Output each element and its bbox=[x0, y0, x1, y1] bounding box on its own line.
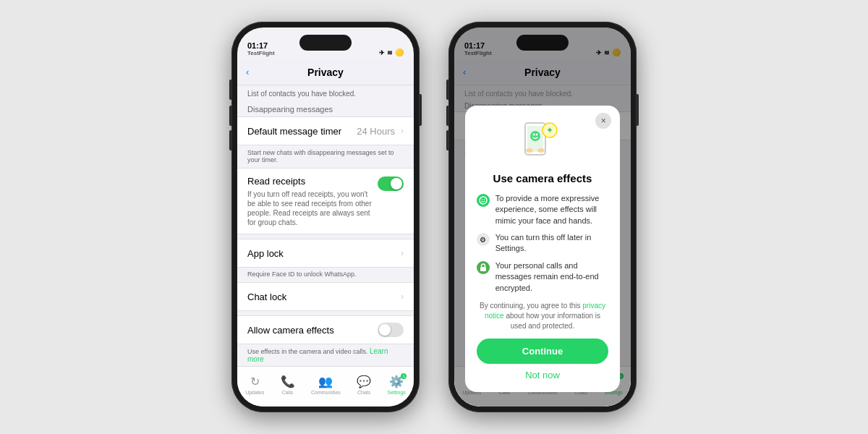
tab-settings-1[interactable]: ⚙️ 1 Settings bbox=[387, 375, 405, 395]
read-receipts-group: Read receipts If you turn off read recei… bbox=[237, 168, 414, 234]
tab-calls-1[interactable]: 📞 Calls bbox=[281, 375, 295, 395]
face-feature-icon bbox=[477, 194, 490, 207]
chats-icon-1: 💬 bbox=[357, 375, 371, 388]
timer-chevron-icon: › bbox=[401, 126, 404, 136]
modal-feature-3: Your personal calls and messages remain … bbox=[477, 260, 609, 294]
modal-feature-2: ⚙ You can turn this off later in Setting… bbox=[477, 232, 609, 255]
disappearing-group: Default message timer 24 Hours › bbox=[237, 116, 414, 145]
chat-lock-chevron-icon: › bbox=[401, 292, 404, 302]
close-icon: × bbox=[601, 116, 606, 126]
tab-chats-1[interactable]: 💬 Chats bbox=[357, 375, 371, 395]
default-timer-item[interactable]: Default message timer 24 Hours › bbox=[237, 117, 414, 145]
svg-point-10 bbox=[481, 199, 482, 200]
gear-feature-icon: ⚙ bbox=[477, 233, 490, 246]
content-area-1: List of contacts you have blocked. Disap… bbox=[237, 85, 414, 366]
read-receipts-desc: If you turn off read receipts, you won't… bbox=[247, 190, 378, 227]
nav-bar-1: ‹ Privacy bbox=[237, 59, 414, 85]
app-lock-subtitle: Require Face ID to unlock WhatsApp. bbox=[237, 268, 414, 282]
modal-feature-1: To provide a more expressive experience,… bbox=[477, 193, 609, 226]
gear-icon-symbol: ⚙ bbox=[480, 236, 486, 244]
modal-feature-text-1: To provide a more expressive experience,… bbox=[495, 193, 609, 226]
camera-effects-toggle[interactable] bbox=[378, 323, 404, 337]
modal-close-button[interactable]: × bbox=[595, 113, 611, 129]
camera-effects-group: Allow camera effects bbox=[237, 315, 414, 344]
svg-rect-12 bbox=[480, 267, 486, 271]
lock-feature-icon bbox=[477, 261, 490, 274]
svg-point-8 bbox=[537, 148, 545, 153]
timer-label: Default message timer bbox=[247, 126, 357, 137]
timer-subtitle: Start new chats with disappearing messag… bbox=[237, 146, 414, 168]
page-title-1: Privacy bbox=[307, 67, 344, 78]
read-receipts-toggle[interactable] bbox=[378, 176, 404, 191]
dynamic-island-1 bbox=[299, 35, 352, 51]
tab-settings-label-1: Settings bbox=[387, 390, 405, 395]
updates-icon-1: ↻ bbox=[250, 375, 260, 388]
svg-text:✦: ✦ bbox=[546, 125, 553, 135]
timer-value: 24 Hours bbox=[357, 126, 395, 137]
app-lock-item[interactable]: App lock › bbox=[237, 239, 414, 267]
svg-point-9 bbox=[480, 197, 487, 204]
wifi-icon-1: ≋ bbox=[387, 49, 393, 56]
lock-icon-svg bbox=[480, 263, 487, 272]
tab-updates-label-1: Updates bbox=[245, 390, 264, 395]
modal-overlay: × ✦ bbox=[454, 27, 631, 407]
tab-updates-1[interactable]: ↻ Updates bbox=[245, 375, 264, 395]
phone-1: 01:17 TestFlight ✈ ≋ 🟡 ‹ Privacy List of… bbox=[231, 22, 420, 412]
calls-icon-1: 📞 bbox=[281, 375, 295, 388]
modal-title: Use camera effects bbox=[477, 172, 609, 184]
tab-communities-1[interactable]: 👥 Communities bbox=[311, 375, 341, 395]
tab-chats-label-1: Chats bbox=[357, 390, 370, 395]
face-icon-svg bbox=[479, 196, 488, 205]
camera-effects-subtitle: Use effects in the camera and video call… bbox=[237, 345, 414, 366]
airplane-icon-1: ✈ bbox=[379, 49, 385, 56]
phone-2: 01:17 TestFlight ✈ ≋ 🟡 ‹ Privacy List of… bbox=[448, 22, 637, 412]
app-lock-chevron-icon: › bbox=[401, 248, 404, 258]
chat-lock-item[interactable]: Chat lock › bbox=[237, 283, 414, 310]
svg-point-2 bbox=[530, 131, 540, 141]
svg-point-3 bbox=[533, 133, 535, 135]
chat-lock-group: Chat lock › bbox=[237, 282, 414, 311]
svg-point-11 bbox=[483, 199, 485, 200]
modal-feature-text-2: You can turn this off later in Settings. bbox=[495, 232, 609, 255]
phone-screen-1: 01:17 TestFlight ✈ ≋ 🟡 ‹ Privacy List of… bbox=[237, 27, 414, 407]
section-disappearing-header: Disappearing messages bbox=[237, 99, 414, 116]
camera-effects-label: Allow camera effects bbox=[247, 325, 378, 336]
modal-card: × ✦ bbox=[465, 106, 621, 392]
footer-suffix: about how your information is used and p… bbox=[504, 312, 600, 330]
chat-lock-label: Chat lock bbox=[247, 292, 398, 302]
chevron-left-icon-1: ‹ bbox=[246, 67, 249, 77]
tab-communities-label-1: Communities bbox=[311, 390, 341, 395]
camera-effects-item[interactable]: Allow camera effects bbox=[237, 316, 414, 344]
app-lock-group: App lock › bbox=[237, 239, 414, 268]
camera-subtitle-text: Use effects in the camera and video call… bbox=[247, 348, 367, 355]
tab-calls-label-1: Calls bbox=[282, 390, 294, 395]
modal-footer: By continuing, you agree to this privacy… bbox=[477, 301, 609, 331]
read-receipts-label: Read receipts bbox=[247, 176, 378, 187]
communities-icon-1: 👥 bbox=[318, 375, 333, 388]
status-icons-1: ✈ ≋ 🟡 bbox=[379, 48, 404, 56]
blocked-hint: List of contacts you have blocked. bbox=[237, 85, 414, 99]
settings-badge-1: 1 bbox=[401, 373, 407, 379]
svg-point-7 bbox=[526, 148, 533, 153]
testflight-label-1: TestFlight bbox=[247, 50, 275, 56]
tab-bar-1: ↻ Updates 📞 Calls 👥 Communities 💬 Chats … bbox=[237, 366, 414, 407]
status-time-1: 01:17 bbox=[247, 41, 275, 50]
svg-point-4 bbox=[536, 133, 538, 135]
phone-screen-2: 01:17 TestFlight ✈ ≋ 🟡 ‹ Privacy List of… bbox=[454, 27, 631, 407]
continue-button[interactable]: Continue bbox=[477, 339, 609, 364]
back-button-1[interactable]: ‹ bbox=[246, 67, 249, 77]
app-lock-label: App lock bbox=[247, 248, 398, 259]
settings-badge-wrapper-1: ⚙️ 1 bbox=[389, 375, 404, 388]
camera-effects-illustration-svg: ✦ bbox=[519, 117, 566, 163]
not-now-button[interactable]: Not now bbox=[477, 370, 609, 380]
battery-icon-1: 🟡 bbox=[395, 48, 404, 56]
read-receipts-item[interactable]: Read receipts If you turn off read recei… bbox=[237, 169, 414, 234]
modal-illustration: ✦ bbox=[477, 117, 609, 166]
footer-prefix: By continuing, you agree to this bbox=[480, 302, 582, 310]
modal-feature-text-3: Your personal calls and messages remain … bbox=[495, 260, 609, 294]
